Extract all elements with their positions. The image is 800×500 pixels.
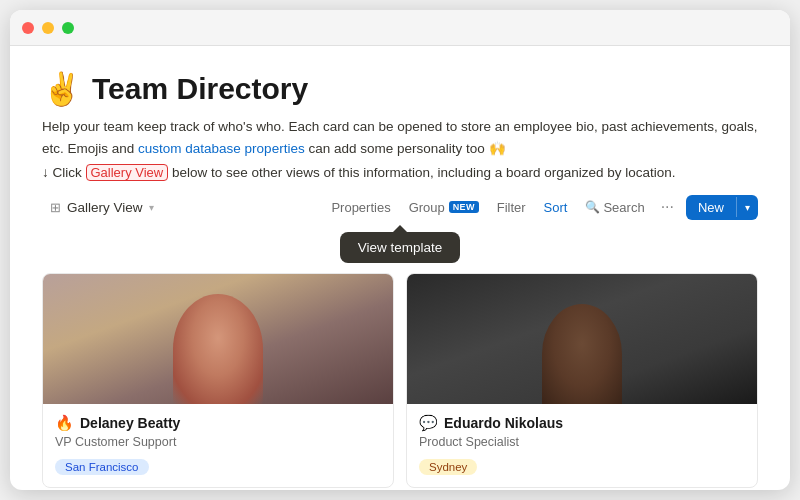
new-button[interactable]: New xyxy=(686,195,736,220)
face-eduardo xyxy=(542,304,622,404)
card-body-eduardo: 💬 Eduardo Nikolaus Product Specialist Sy… xyxy=(407,404,757,487)
search-icon: 🔍 xyxy=(585,200,600,214)
filter-button[interactable]: Filter xyxy=(489,196,534,219)
minimize-button[interactable] xyxy=(42,22,54,34)
card-name-row-eduardo: 💬 Eduardo Nikolaus xyxy=(419,414,745,432)
sort-label: Sort xyxy=(544,200,568,215)
app-window: ✌️ Team Directory Help your team keep tr… xyxy=(10,10,790,490)
card-tag-eduardo: Sydney xyxy=(419,459,477,475)
properties-button[interactable]: Properties xyxy=(323,196,398,219)
card-image-delaney xyxy=(43,274,393,404)
custom-properties-link[interactable]: custom database properties xyxy=(138,141,305,156)
group-label: Group xyxy=(409,200,445,215)
view-template-tooltip: View template xyxy=(340,232,461,263)
chevron-down-icon: ▾ xyxy=(149,202,154,213)
grid-icon: ⊞ xyxy=(50,200,61,215)
filter-label: Filter xyxy=(497,200,526,215)
search-label: Search xyxy=(603,200,644,215)
page-description: Help your team keep track of who's who. … xyxy=(42,116,758,159)
maximize-button[interactable] xyxy=(62,22,74,34)
card-delaney[interactable]: 🔥 Delaney Beatty VP Customer Support San… xyxy=(42,273,394,488)
search-button[interactable]: 🔍 Search xyxy=(577,196,652,219)
card-emoji-eduardo: 💬 xyxy=(419,414,438,432)
card-emoji-delaney: 🔥 xyxy=(55,414,74,432)
card-name-eduardo: Eduardo Nikolaus xyxy=(444,415,563,431)
page-emoji: ✌️ xyxy=(42,70,82,108)
view-selector-button[interactable]: ⊞ Gallery View ▾ xyxy=(42,196,162,219)
toolbar: ⊞ Gallery View ▾ Properties Group NEW Fi… xyxy=(42,194,758,220)
card-image-eduardo xyxy=(407,274,757,404)
card-name-row-delaney: 🔥 Delaney Beatty xyxy=(55,414,381,432)
card-role-eduardo: Product Specialist xyxy=(419,435,745,449)
new-button-group: New ▾ xyxy=(686,195,758,220)
more-options-button[interactable]: ··· xyxy=(655,194,680,220)
close-button[interactable] xyxy=(22,22,34,34)
new-dropdown-arrow-icon: ▾ xyxy=(745,202,750,213)
main-content: ✌️ Team Directory Help your team keep tr… xyxy=(10,46,790,490)
view-label: Gallery View xyxy=(67,200,143,215)
group-new-badge: NEW xyxy=(449,201,479,213)
gallery-view-badge: Gallery View xyxy=(86,164,169,181)
page-title-row: ✌️ Team Directory xyxy=(42,70,758,108)
properties-label: Properties xyxy=(331,200,390,215)
face-delaney xyxy=(173,294,263,404)
click-hint: ↓ Click Gallery View below to see other … xyxy=(42,165,758,180)
card-eduardo[interactable]: 💬 Eduardo Nikolaus Product Specialist Sy… xyxy=(406,273,758,488)
new-dropdown-button[interactable]: ▾ xyxy=(737,197,758,218)
card-role-delaney: VP Customer Support xyxy=(55,435,381,449)
card-body-delaney: 🔥 Delaney Beatty VP Customer Support San… xyxy=(43,404,393,487)
gallery-grid: 🔥 Delaney Beatty VP Customer Support San… xyxy=(42,273,758,488)
sort-button[interactable]: Sort xyxy=(536,196,576,219)
tooltip-container: View template xyxy=(42,232,758,263)
card-name-delaney: Delaney Beatty xyxy=(80,415,180,431)
card-tag-delaney: San Francisco xyxy=(55,459,149,475)
toolbar-actions: Properties Group NEW Filter Sort 🔍 Searc… xyxy=(323,194,680,220)
page-title: Team Directory xyxy=(92,72,308,106)
titlebar xyxy=(10,10,790,46)
group-button[interactable]: Group NEW xyxy=(401,196,487,219)
